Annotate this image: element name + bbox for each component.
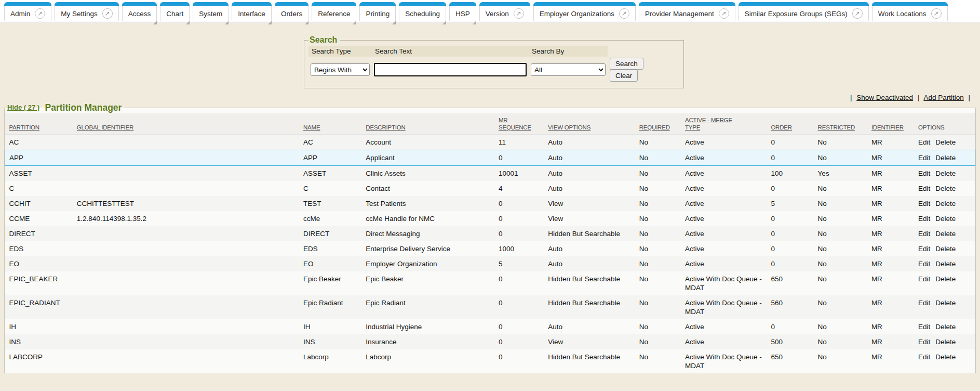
cell-restricted: No	[814, 150, 867, 166]
column-header-label: SEQUENCE	[499, 124, 541, 131]
column-header[interactable]: OPTIONS	[914, 113, 975, 135]
hide-toggle-link[interactable]: Hide ( 27 )	[7, 103, 39, 111]
nav-tab[interactable]: Printing ↗	[359, 2, 396, 21]
cell-identifier: MR	[867, 349, 914, 373]
table-row[interactable]: DIRECT DIRECT Direct Messaging 0 Hidden …	[5, 226, 975, 241]
table-row[interactable]: EPIC_RADIANT Epic Radiant Epic Radiant 0…	[5, 295, 975, 319]
column-header[interactable]: PARTITION	[5, 113, 73, 135]
nav-tab[interactable]: Provider Management ↗	[639, 2, 735, 21]
delete-link[interactable]: Delete	[935, 260, 956, 268]
nav-tab[interactable]: Reference ↗	[312, 2, 356, 21]
delete-link[interactable]: Delete	[935, 338, 956, 346]
search-header-spacer	[608, 46, 679, 57]
edit-link[interactable]: Edit	[918, 200, 930, 207]
table-row[interactable]: AC AC Account 11 Auto No Active 0 No MR …	[5, 135, 975, 150]
column-header[interactable]: REQUIRED	[635, 113, 681, 135]
cell-partition: LABCORP	[5, 349, 73, 373]
cell-required: No	[635, 211, 681, 226]
edit-link[interactable]: Edit	[918, 260, 930, 268]
nav-tab-label: Employer Organizations	[540, 10, 614, 18]
nav-tab[interactable]: My Settings ↗	[55, 2, 119, 21]
partition-manager-title: Partition Manager	[45, 102, 122, 113]
cell-mr-sequence: 0	[494, 196, 544, 211]
column-header[interactable]: ORDER	[767, 113, 813, 135]
cell-identifier: MR	[867, 256, 914, 271]
table-row[interactable]: C C Contact 4 Auto No Active 0 No MR Edi…	[5, 181, 975, 196]
delete-link[interactable]: Delete	[935, 215, 956, 223]
edit-link[interactable]: Edit	[918, 154, 930, 162]
nav-tab-label: Access	[128, 10, 151, 18]
nav-tab[interactable]: Version ↗	[479, 2, 530, 21]
column-header[interactable]: IDENTIFIER	[867, 113, 914, 135]
cell-active-merge-type: Active	[681, 241, 767, 256]
column-header[interactable]: ACTIVE - MERGE TYPE	[681, 113, 767, 135]
edit-link[interactable]: Edit	[918, 245, 930, 253]
table-row[interactable]: EPIC_BEAKER Epic Beaker Epic Beaker 0 Hi…	[5, 271, 975, 295]
table-row[interactable]: ASSET ASSET Clinic Assets 10001 Auto No …	[5, 166, 975, 181]
delete-link[interactable]: Delete	[935, 353, 956, 361]
edit-link[interactable]: Edit	[918, 323, 930, 331]
add-partition-link[interactable]: Add Partition	[923, 94, 963, 101]
nav-tab[interactable]: Chart ↗	[160, 2, 190, 21]
search-by-select[interactable]: All	[531, 63, 606, 76]
table-row[interactable]: CCME 1.2.840.114398.1.35.2 ccMe ccMe Han…	[5, 211, 975, 226]
table-row[interactable]: APP APP Applicant 0 Auto No Active 0 No …	[5, 150, 975, 166]
column-header[interactable]: RESTRICTED	[814, 113, 867, 135]
table-row[interactable]: IH IH Industrial Hygiene 0 Auto No Activ…	[5, 319, 975, 334]
nav-tab[interactable]: Orders ↗	[275, 2, 308, 21]
show-deactivated-link[interactable]: Show Deactivated	[856, 94, 913, 101]
edit-link[interactable]: Edit	[918, 275, 930, 283]
column-header[interactable]: GLOBAL IDENTIFIER	[73, 113, 299, 135]
nav-tab[interactable]: Employer Organizations ↗	[533, 2, 636, 21]
delete-link[interactable]: Delete	[935, 185, 956, 192]
nav-tab[interactable]: Interface ↗	[232, 2, 272, 21]
cell-view-options: Auto	[544, 241, 635, 256]
delete-link[interactable]: Delete	[935, 230, 956, 238]
edit-link[interactable]: Edit	[918, 170, 930, 177]
edit-link[interactable]: Edit	[918, 185, 930, 192]
cell-options: Edit Delete	[914, 349, 975, 373]
edit-link[interactable]: Edit	[918, 338, 930, 346]
search-button[interactable]: Search	[610, 58, 643, 70]
column-header[interactable]: MR SEQUENCE	[494, 113, 544, 135]
cell-identifier: MR	[867, 271, 914, 295]
cell-active-merge-type: Active With Doc Queue - MDAT	[681, 295, 767, 319]
nav-tab[interactable]: Work Locations ↗	[872, 2, 948, 21]
nav-tab[interactable]: Admin ↗	[4, 2, 51, 21]
table-row[interactable]: EDS EDS Enterprise Delivery Service 1000…	[5, 241, 975, 256]
column-header[interactable]: DESCRIPTION	[361, 113, 494, 135]
edit-link[interactable]: Edit	[918, 215, 930, 223]
edit-link[interactable]: Edit	[918, 299, 930, 307]
column-header[interactable]: NAME	[299, 113, 361, 135]
column-header[interactable]: VIEW OPTIONS	[544, 113, 635, 135]
edit-link[interactable]: Edit	[918, 138, 930, 146]
table-row[interactable]: CCHIT CCHITTESTTEST TEST Test Patients 0…	[5, 196, 975, 211]
clear-button[interactable]: Clear	[610, 70, 638, 82]
delete-link[interactable]: Delete	[935, 200, 956, 207]
table-row[interactable]: EO EO Employer Organization 5 Auto No Ac…	[5, 256, 975, 271]
edit-link[interactable]: Edit	[918, 230, 930, 238]
nav-tab[interactable]: System ↗	[193, 2, 229, 21]
nav-tab[interactable]: Access ↗	[122, 2, 157, 21]
tab-accent-bar	[232, 2, 272, 6]
table-row[interactable]: LABCORP Labcorp Labcorp 0 Hidden But Sea…	[5, 349, 975, 373]
cell-view-options: View	[544, 196, 635, 211]
nav-tab-label: Orders	[281, 10, 302, 18]
delete-link[interactable]: Delete	[935, 170, 956, 177]
nav-tab[interactable]: Similar Exposure Groups (SEGs) ↗	[739, 2, 869, 21]
edit-link[interactable]: Edit	[918, 353, 930, 361]
delete-link[interactable]: Delete	[935, 275, 956, 283]
cell-restricted: No	[814, 135, 867, 150]
delete-link[interactable]: Delete	[935, 299, 956, 307]
nav-tab[interactable]: HSP ↗	[449, 2, 476, 21]
search-text-input[interactable]	[374, 63, 527, 76]
search-type-select[interactable]: Begins With	[311, 63, 370, 76]
delete-link[interactable]: Delete	[935, 323, 956, 331]
delete-link[interactable]: Delete	[935, 245, 956, 253]
delete-link[interactable]: Delete	[935, 154, 956, 162]
cell-mr-sequence: 4	[494, 181, 544, 196]
dropdown-corner-icon	[268, 21, 272, 24]
table-row[interactable]: INS INS Insurance 0 View No Active 500 N…	[5, 334, 975, 349]
nav-tab[interactable]: Scheduling ↗	[399, 2, 446, 21]
delete-link[interactable]: Delete	[935, 138, 956, 146]
